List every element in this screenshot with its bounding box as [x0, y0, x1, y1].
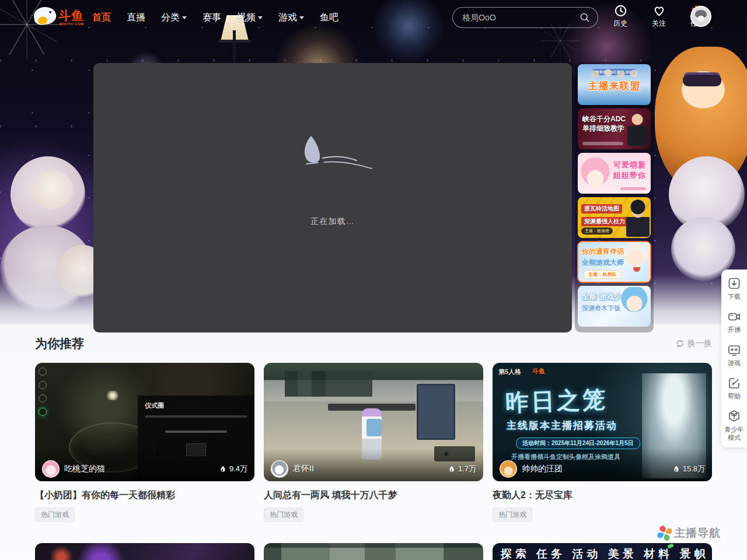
- banner-subtext-bar: [620, 187, 646, 190]
- promo-time-badge: 活动时间：2025年11月24日-2026年1月5日: [516, 438, 640, 449]
- download-button[interactable]: 下载: [723, 276, 745, 300]
- nav-item-live[interactable]: 直播: [127, 12, 145, 24]
- video-player[interactable]: 正在加载…: [93, 63, 572, 332]
- stream-thumbnail[interactable]: 君怀II 1.7万: [264, 363, 483, 481]
- banner-line2: 深渊奇木下饭: [582, 304, 651, 313]
- refresh-icon: [675, 339, 685, 348]
- banner-teyvat-map[interactable]: 提瓦特活地图 深渊最强人柱力 主播：散烟馆: [578, 197, 651, 238]
- plush-doll-decoration: [30, 170, 74, 209]
- category-tag[interactable]: 热门游戏: [35, 508, 75, 522]
- banner-line2: 深渊最强人柱力: [581, 217, 628, 226]
- follow-button[interactable]: 关注: [645, 4, 672, 29]
- signboard-decoration: [417, 384, 455, 440]
- stream-title[interactable]: 人间总有一两风 填我十万八千梦: [264, 489, 483, 502]
- flame-icon: [219, 465, 227, 473]
- stream-title[interactable]: 【小奶团】有你的每一天都很精彩: [35, 489, 254, 502]
- banner-line1: 峡谷千分ADC: [582, 114, 651, 124]
- stream-thumbnail-partial[interactable]: [264, 543, 483, 560]
- stream-card[interactable]: 仪式圈 吃桃芝的猫 9.4万 【小奶团】有你的每一天都很精彩: [35, 363, 254, 522]
- help-button[interactable]: 帮助: [723, 376, 745, 400]
- stream-thumbnail[interactable]: 第5人格 斗鱼 昨日之笼 主线版本主播招募活动 活动时间：2025年11月24日…: [493, 363, 712, 481]
- category-tag[interactable]: 热门游戏: [493, 508, 532, 522]
- chevron-down-icon: [182, 16, 187, 19]
- douyu-logo[interactable]: 斗鱼 DOUYU.COM: [34, 5, 90, 30]
- viewer-count: 9.4万: [219, 464, 247, 474]
- banner-title: 主播来联盟: [578, 79, 651, 93]
- banner-subtext-bar: [582, 142, 623, 145]
- chevron-down-icon: [258, 16, 263, 19]
- stream-thumbnail-partial[interactable]: 探索 任务 活动 美景 材料 景帜: [493, 543, 712, 560]
- partial-thumb-caption: 探索 任务 活动 美景 材料 景帜: [501, 547, 708, 560]
- nav-item-yuba[interactable]: 鱼吧: [320, 12, 338, 24]
- category-tag[interactable]: 热门游戏: [264, 508, 303, 522]
- promo-subtitle: 主线版本主播招募活动: [507, 419, 617, 432]
- streamer-name: 吃桃芝的猫: [64, 464, 219, 474]
- history-button[interactable]: 历史: [607, 4, 634, 29]
- search-input[interactable]: [462, 13, 579, 22]
- streamer-avatar[interactable]: [271, 460, 288, 478]
- banner-all-night-companion[interactable]: 你的通宵伴侣 全能游戏大师 主播：林易风: [578, 242, 651, 282]
- nav-item-home[interactable]: 首页: [92, 12, 111, 24]
- edit-help-icon: [727, 376, 741, 390]
- thumbnail-meta: 吃桃芝的猫 9.4万: [35, 449, 254, 481]
- buildings-decoration: [285, 371, 372, 397]
- shark-mascot-icon: [33, 6, 57, 26]
- lantern-glow-decoration: [105, 391, 120, 400]
- card-row: 仪式圈 吃桃芝的猫 9.4万 【小奶团】有你的每一天都很精彩: [35, 363, 712, 522]
- streamer-avatar[interactable]: [42, 460, 60, 478]
- watermark-text: 主播导航: [674, 526, 721, 541]
- search-icon[interactable]: [579, 12, 591, 23]
- refresh-button[interactable]: 换一换: [675, 338, 712, 349]
- logo-brand-text: 斗鱼: [58, 8, 84, 24]
- banner-game-girl[interactable]: 全能 游戏少女 深渊奇木下饭: [578, 286, 651, 327]
- loading-text: 正在加载…: [311, 216, 355, 227]
- game-console-icon: [727, 343, 741, 357]
- viewer-count: 15.8万: [672, 464, 705, 474]
- clock-icon: [614, 4, 627, 18]
- nav-item-categories[interactable]: 分类: [161, 12, 187, 24]
- go-live-button[interactable]: 开播: [723, 310, 745, 334]
- streamer-avatar[interactable]: [500, 460, 517, 478]
- stream-card[interactable]: 第5人格 斗鱼 昨日之笼 主线版本主播招募活动 活动时间：2025年11月24日…: [493, 363, 712, 522]
- stream-thumbnail-partial[interactable]: [35, 543, 254, 560]
- text-bar: [145, 415, 247, 418]
- lamp-pole-decoration: [233, 30, 236, 66]
- shark-fin-loading-icon: [289, 134, 376, 174]
- identity-v-logo: 第5人格: [498, 368, 521, 376]
- side-banner-list: PRODUCE LOL 主播来联盟 峡谷千分ADC 单排细致教学 可爱萌新 姐姐…: [575, 62, 654, 332]
- banner-adc-teaching[interactable]: 峡谷千分ADC 单排细致教学: [578, 108, 651, 149]
- logo-sub-text: DOUYU.COM: [60, 22, 84, 26]
- banner-cute-newbie[interactable]: 可爱萌新 姐姐带你: [578, 153, 651, 194]
- banner-line2: 单排细致教学: [582, 124, 651, 133]
- promo-title: 昨日之笼: [505, 383, 609, 419]
- stream-card[interactable]: 君怀II 1.7万 人间总有一两风 填我十万八千梦 热门游戏: [264, 363, 483, 522]
- stream-title[interactable]: 夜勤人2：无尽宝库: [493, 489, 712, 502]
- banner-line2: 全能游戏大师: [582, 258, 651, 268]
- streamer-name: 帅帅的汪团: [522, 464, 672, 474]
- nav-item-games[interactable]: 游戏: [278, 12, 304, 24]
- streamer-name: 君怀II: [293, 464, 448, 474]
- banner-lol-union[interactable]: PRODUCE LOL 主播来联盟: [578, 64, 651, 105]
- banner-line1: 全能 游戏少女: [582, 292, 651, 302]
- next-card-row: 探索 任务 活动 美景 材料 景帜: [35, 543, 712, 560]
- pinwheel-icon: [657, 525, 673, 541]
- flame-icon: [448, 465, 456, 473]
- banner-line1: 可爱萌新: [578, 160, 646, 170]
- game-center-button[interactable]: 游戏: [723, 343, 745, 367]
- flame-icon: [672, 465, 680, 473]
- recommend-section: 为你推荐 换一换 仪式圈: [35, 324, 712, 560]
- anime-girl-sunglasses-decoration: [683, 75, 721, 86]
- thumbnail-meta: 君怀II 1.7万: [264, 449, 483, 481]
- backpack-decoration: [366, 419, 382, 436]
- stream-thumbnail[interactable]: 仪式圈 吃桃芝的猫 9.4万: [35, 363, 254, 481]
- viewer-count: 1.7万: [448, 464, 476, 474]
- nav-item-esports[interactable]: 赛事: [203, 12, 221, 24]
- banner-streamer-badge: 主播：林易风: [584, 270, 621, 279]
- nav-item-videos[interactable]: 视频: [237, 12, 263, 24]
- game-panel-title: 仪式圈: [145, 401, 247, 410]
- search-box[interactable]: [452, 7, 598, 28]
- user-avatar[interactable]: [690, 6, 711, 27]
- chevron-down-icon: [299, 16, 304, 19]
- banner-line1: 你的通宵伴侣: [582, 247, 651, 257]
- teen-mode-button[interactable]: 青少年模式: [723, 410, 745, 442]
